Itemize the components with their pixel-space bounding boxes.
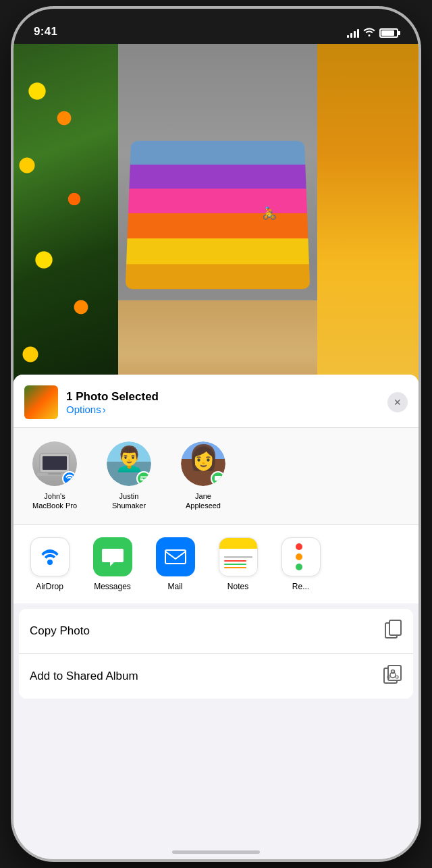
airdrop-label: AirDrop [36,582,63,591]
close-button[interactable]: ✕ [387,392,408,412]
airdrop-badge [62,471,77,486]
message-badge-jane [211,471,225,486]
reminders-app-icon [281,537,321,576]
share-header-text: 1 Photo Selected Options › [66,390,379,415]
status-time: 9:41 [34,25,57,38]
contact-name-jane: Jane Appleseed [186,491,221,511]
share-header: 1 Photo Selected Options › ✕ [14,375,418,428]
contact-name-justin: Justin Shumaker [112,491,146,511]
svg-point-6 [47,560,53,565]
mail-app-icon [156,537,195,576]
phone-frame: 9:41 [14,9,418,859]
shared-album-label: Add to Shared Album [30,670,138,683]
airdrop-app-icon [30,537,70,576]
screen: 🚴 ✓ 1 Photo Selected [14,44,418,859]
svg-rect-3 [48,473,61,474]
jane-avatar: 👩 [181,441,225,486]
photo-right[interactable] [317,44,418,408]
wifi-icon [363,27,375,38]
share-sheet: 1 Photo Selected Options › ✕ [14,375,418,859]
app-item-airdrop[interactable]: AirDrop [24,537,75,591]
photo-left[interactable] [14,44,118,408]
notes-app-icon [219,537,258,576]
justin-avatar: 👨‍🦱 [107,441,151,486]
svg-rect-1 [43,456,67,470]
options-link[interactable]: Options › [66,404,379,415]
photo-strip: 🚴 ✓ [14,44,418,408]
contact-name-macbook: John's MacBook Pro [32,491,77,511]
contact-item-jane[interactable]: 👩 Jane Appleseed [173,441,234,511]
photo-center[interactable]: 🚴 ✓ [118,44,317,408]
home-indicator [172,850,260,854]
apps-row: AirDrop Messages [14,525,418,603]
mail-label: Mail [167,582,182,591]
svg-point-4 [141,479,143,481]
copy-photo-label: Copy Photo [30,624,90,638]
battery-icon [379,28,398,38]
messages-app-icon [93,537,132,576]
action-row-copy[interactable]: Copy Photo [19,609,413,654]
contact-item-macbook[interactable]: John's MacBook Pro [24,441,85,511]
action-row-shared-album[interactable]: Add to Shared Album [19,654,413,699]
action-rows: Copy Photo Add to Shared Album [19,609,413,699]
notch [155,9,277,30]
svg-rect-7 [165,550,186,564]
svg-rect-9 [389,620,401,635]
svg-point-5 [144,479,146,481]
contacts-row: John's MacBook Pro 👨‍🦱 [14,428,418,525]
copy-icon [385,620,402,643]
share-title: 1 Photo Selected [66,390,379,404]
app-item-reminders[interactable]: Re... [275,537,326,591]
message-badge-justin [136,471,151,486]
reminders-label: Re... [292,582,309,591]
status-icons [347,27,398,38]
app-item-mail[interactable]: Mail [150,537,200,591]
contact-item-justin[interactable]: 👨‍🦱 Justin Shumaker [99,441,159,511]
notes-label: Notes [227,582,248,591]
app-item-notes[interactable]: Notes [213,537,263,591]
photo-thumbnail [24,385,58,419]
messages-label: Messages [94,582,131,591]
shared-album-icon [383,665,402,688]
macbook-avatar [32,441,77,486]
signal-bars-icon [347,28,359,38]
app-item-messages[interactable]: Messages [87,537,138,591]
